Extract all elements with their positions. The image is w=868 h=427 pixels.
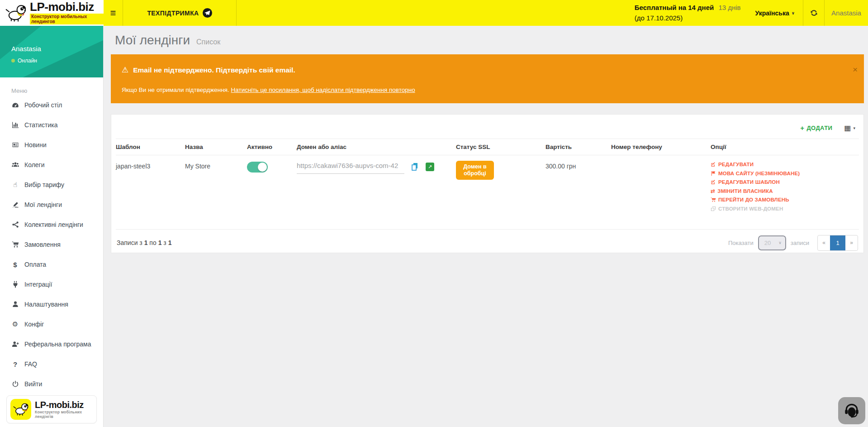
sidebar-item-news[interactable]: Новини — [0, 135, 103, 155]
cell-name: My Store — [185, 155, 247, 229]
dog-logo-icon — [4, 4, 28, 23]
table-columns-icon: ▦ — [844, 124, 851, 132]
sidebar-item-colleagues[interactable]: Колеги — [0, 155, 103, 175]
column-header-domain: Домен або аліас — [297, 139, 456, 155]
app-window: LP-mobi.biz Конструктор мобильных лендин… — [0, 0, 868, 427]
sidebar-item-config[interactable]: ⚙Конфіг — [0, 314, 103, 334]
cart-icon — [11, 241, 19, 249]
records-summary: Записи з 1 по 1 з 1 — [117, 239, 171, 246]
add-button-label: ДОДАТИ — [806, 125, 832, 131]
footer-brand-title: LP-mobi.biz — [35, 400, 93, 410]
top-navbar: ≡ ТЕХПІДТРИМКА Бесплатный на 14 дней 13 … — [104, 0, 868, 26]
option-edit[interactable]: РЕДАГУВАТИ — [711, 162, 857, 167]
page-header: Мої лендінги Список — [104, 26, 868, 48]
sidebar-item-orders[interactable]: Замовлення — [0, 235, 103, 254]
language-label: Українська — [755, 10, 789, 17]
landings-panel: + ДОДАТИ ▦ ▾ Шаблон Назва Активн — [111, 114, 864, 253]
colleagues-icon — [11, 161, 19, 169]
sidebar-item-label: Вибір тарифу — [24, 181, 64, 188]
language-icon — [711, 171, 716, 176]
domain-input[interactable] — [297, 160, 404, 174]
sync-icon — [810, 9, 818, 17]
sidebar-item-tariff[interactable]: ☝Вибір тарифу — [0, 175, 103, 195]
question-icon: ? — [11, 360, 19, 368]
sidebar-item-logout[interactable]: Вийти — [0, 374, 103, 394]
brand-title: LP-mobi.biz — [30, 1, 104, 13]
warning-icon: ⚠ — [122, 65, 128, 75]
support-label: ТЕХПІДТРИМКА — [147, 10, 199, 17]
sidebar-item-label: Конфіг — [24, 321, 44, 328]
close-icon[interactable]: × — [853, 65, 858, 74]
sidebar-item-faq[interactable]: ?FAQ — [0, 354, 103, 374]
option-create-web-domain: СТВОРИТИ WEB-ДОМЕН — [711, 206, 857, 211]
trial-plan-label: Бесплатный на 14 дней — [635, 4, 714, 11]
column-header-active: Активно — [247, 139, 297, 155]
copy-icon[interactable] — [411, 163, 419, 171]
sidebar-item-label: Налаштування — [24, 301, 68, 308]
alert-title-row: ⚠ Email не підтверджено. Підтвердіть сві… — [122, 65, 846, 75]
option-site-language[interactable]: МОВА САЙТУ (НЕЗМІНЮВАНЕ) — [711, 171, 857, 176]
online-status-dot — [11, 59, 15, 62]
option-change-owner[interactable]: ⇄ЗМІНИТИ ВЛАСНИКА — [711, 188, 857, 194]
pager-page-1[interactable]: 1 — [830, 235, 845, 250]
refresh-button[interactable] — [803, 0, 824, 26]
alert-title: Email не підтверджено. Підтвердіть свій … — [133, 66, 295, 74]
exchange-icon: ⇄ — [711, 188, 715, 194]
menu-section-label: Меню — [11, 87, 103, 94]
telegram-icon — [203, 8, 212, 18]
sidebar-item-label: Колеги — [24, 161, 45, 168]
sidebar-item-my-landings[interactable]: Мої лендінги — [0, 195, 103, 215]
dollar-icon: $ — [11, 261, 19, 269]
cell-price: 300.00 грн — [545, 155, 611, 229]
brand-header[interactable]: LP-mobi.biz Конструктор мобильных лендин… — [0, 0, 104, 26]
page-subtitle: Список — [196, 38, 220, 46]
page-size-select[interactable]: 20 ∨ — [758, 235, 786, 250]
cell-active — [247, 155, 297, 229]
sidebar-item-payment[interactable]: $Оплата — [0, 254, 103, 274]
panel-toolbar: + ДОДАТИ ▦ ▾ — [116, 121, 859, 139]
pager-next-button[interactable]: » — [845, 235, 858, 250]
sidebar-item-integrations[interactable]: Інтеграції — [0, 274, 103, 294]
sidebar-item-statistics[interactable]: Статистика — [0, 115, 103, 135]
cell-phone — [611, 155, 711, 229]
sidebar-item-label: Робочий стіл — [24, 101, 62, 109]
edit-icon — [711, 179, 716, 185]
brand-subtitle: Конструктор мобильных лендингов — [30, 14, 104, 24]
table-columns-dropdown[interactable]: ▦ ▾ — [844, 124, 855, 132]
sidebar-item-dashboard[interactable]: Робочий стіл — [0, 95, 103, 115]
resend-confirmation-link[interactable]: Натисніть це посилання, щоб надіслати пі… — [231, 86, 415, 93]
sidebar-item-collective-landings[interactable]: Колективні лендінги — [0, 215, 103, 235]
sidebar-item-label: Замовлення — [24, 241, 61, 248]
trial-info: Бесплатный на 14 дней 13 днів (до 17.10.… — [635, 0, 747, 26]
hamburger-icon[interactable]: ≡ — [104, 0, 123, 26]
support-chat-button[interactable] — [838, 397, 865, 424]
support-button[interactable]: ТЕХПІДТРИМКА — [123, 0, 236, 26]
sidebar-menu: Робочий стіл Статистика Новини Колеги ☝В… — [0, 95, 103, 394]
power-icon — [11, 380, 19, 388]
column-header-name: Назва — [185, 139, 247, 155]
option-edit-template[interactable]: РЕДАГУВАТИ ШАБЛОН — [711, 179, 857, 185]
landings-table: Шаблон Назва Активно Домен або аліас Ста… — [116, 139, 859, 229]
external-link-icon[interactable]: ↗ — [426, 163, 434, 171]
alert-text: Якщо Ви не отримали підтвердження. — [122, 86, 231, 93]
my-landings-icon — [11, 201, 19, 209]
add-landing-button[interactable]: + ДОДАТИ — [800, 124, 832, 132]
language-selector[interactable]: Українська ∨ — [747, 0, 803, 26]
sidebar-item-settings[interactable]: Налаштування — [0, 294, 103, 314]
sidebar-item-label: Оплата — [24, 261, 46, 268]
sidebar-user-status: Онлайн — [11, 58, 37, 64]
column-header-template: Шаблон — [116, 139, 185, 155]
pager-prev-button[interactable]: « — [818, 235, 830, 250]
chevron-down-icon: ∨ — [778, 240, 782, 245]
user-menu[interactable]: Anastasia — [825, 0, 868, 26]
cell-ssl-status: Домен в обробці — [456, 155, 545, 229]
toggle-knob — [258, 163, 267, 172]
sidebar-item-referral[interactable]: Реферальна програма — [0, 334, 103, 354]
trial-until-date: (до 17.10.2025) — [635, 13, 741, 24]
user-icon — [11, 301, 19, 308]
option-go-to-orders[interactable]: ПЕРЕЙТИ ДО ЗАМОВЛЕНЬ — [711, 197, 857, 202]
active-toggle[interactable] — [247, 162, 268, 173]
hand-pointer-icon: ☝ — [11, 181, 19, 189]
column-header-ssl: Статус SSL — [456, 139, 545, 155]
cell-domain: ↗ — [297, 155, 456, 229]
